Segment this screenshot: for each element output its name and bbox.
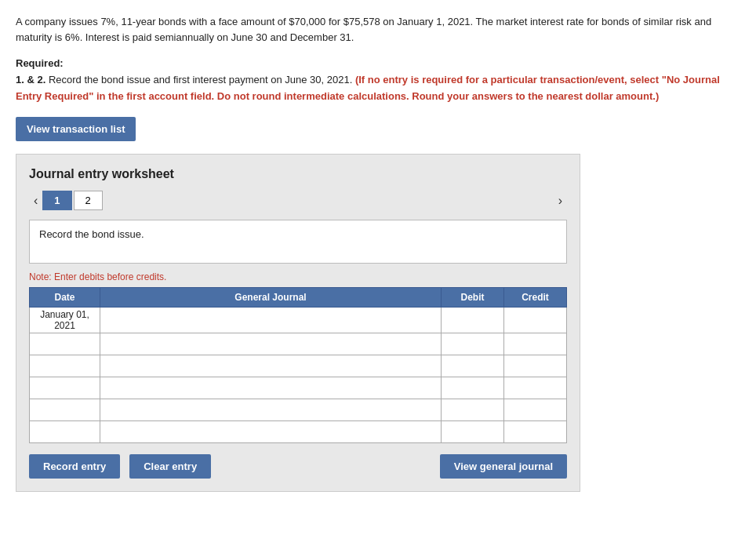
credit-cell-4[interactable] [504,399,567,421]
required-label: Required: [16,57,64,69]
debit-input-3[interactable] [442,377,503,399]
next-tab-chevron[interactable]: › [554,192,567,209]
debit-cell-4[interactable] [442,399,504,421]
note-text: Note: Enter debits before credits. [29,271,567,282]
journal-input-4[interactable] [100,399,441,420]
journal-cell-4[interactable] [100,399,442,421]
debit-cell-0[interactable] [442,308,504,333]
date-cell-2 [30,355,100,377]
col-header-debit: Debit [442,288,504,308]
clear-entry-button[interactable]: Clear entry [129,454,211,479]
date-cell-0: January 01, 2021 [30,308,100,333]
debit-input-5[interactable] [442,421,503,442]
credit-input-0[interactable] [504,308,566,333]
required-number: 1. & 2. [16,74,45,86]
tab-row: ‹ 1 2 › [29,191,567,210]
date-cell-3 [30,377,100,399]
debit-input-1[interactable] [442,333,503,355]
tab-2[interactable]: 2 [74,191,103,210]
entry-description: Record the bond issue. [29,220,567,264]
journal-input-3[interactable] [100,377,441,399]
debit-cell-5[interactable] [442,421,504,443]
journal-cell-0[interactable] [100,308,442,333]
credit-input-5[interactable] [504,421,566,442]
journal-cell-2[interactable] [100,355,442,377]
col-header-credit: Credit [504,288,567,308]
required-section: Required: 1. & 2. Record the bond issue … [16,56,740,104]
date-cell-4 [30,399,100,421]
journal-cell-1[interactable] [100,333,442,355]
view-general-journal-button[interactable]: View general journal [440,454,567,479]
tab-1[interactable]: 1 [42,191,71,210]
debit-cell-2[interactable] [442,355,504,377]
journal-input-0[interactable] [100,308,441,333]
credit-input-3[interactable] [504,377,566,399]
table-row [30,333,567,355]
prev-tab-chevron[interactable]: ‹ [29,192,42,209]
required-instruction-plain-text: Record the bond issue and first interest… [49,74,352,86]
table-row [30,399,567,421]
date-cell-1 [30,333,100,355]
table-row [30,377,567,399]
credit-cell-5[interactable] [504,421,567,443]
view-transaction-button[interactable]: View transaction list [16,117,136,141]
credit-cell-3[interactable] [504,377,567,399]
journal-entry-worksheet: Journal entry worksheet ‹ 1 2 › Record t… [16,154,580,492]
debit-input-0[interactable] [442,308,503,333]
table-row [30,421,567,443]
journal-cell-5[interactable] [100,421,442,443]
record-entry-button[interactable]: Record entry [29,454,120,479]
col-header-date: Date [30,288,100,308]
table-row: January 01, 2021 [30,308,567,333]
debit-input-2[interactable] [442,355,503,377]
col-header-journal: General Journal [100,288,442,308]
credit-input-2[interactable] [504,355,566,377]
credit-cell-0[interactable] [504,308,567,333]
credit-input-1[interactable] [504,333,566,355]
debit-cell-1[interactable] [442,333,504,355]
journal-input-2[interactable] [100,355,441,377]
journal-input-1[interactable] [100,333,441,355]
worksheet-title: Journal entry worksheet [29,167,567,181]
journal-table: Date General Journal Debit Credit Januar… [29,287,567,443]
bottom-buttons: Record entry Clear entry View general jo… [29,454,567,479]
journal-cell-3[interactable] [100,377,442,399]
credit-input-4[interactable] [504,399,566,420]
debit-cell-3[interactable] [442,377,504,399]
credit-cell-2[interactable] [504,355,567,377]
credit-cell-1[interactable] [504,333,567,355]
debit-input-4[interactable] [442,399,503,420]
problem-intro: A company issues 7%, 11-year bonds with … [16,14,740,45]
table-row [30,355,567,377]
date-cell-5 [30,421,100,443]
journal-input-5[interactable] [100,421,441,442]
